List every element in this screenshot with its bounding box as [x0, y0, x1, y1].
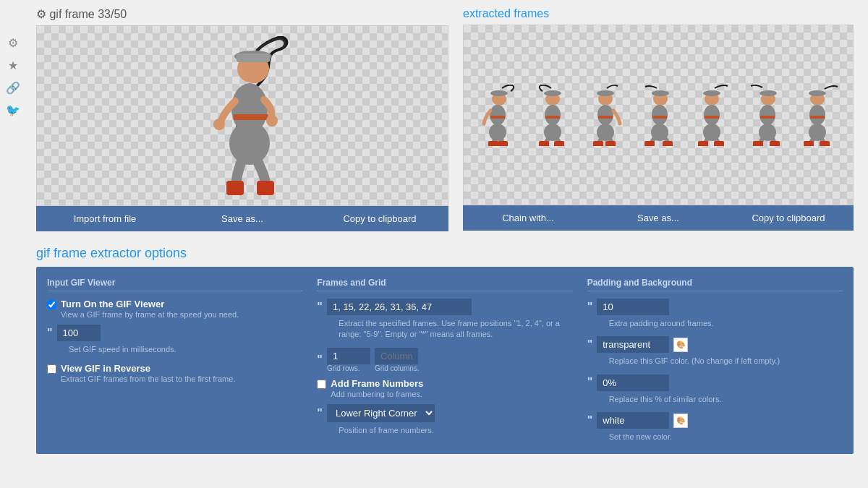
- add-frame-numbers-row: Add Frame Numbers Add numbering to frame…: [317, 378, 572, 400]
- gear-icon-title: ⚙: [36, 8, 49, 20]
- turn-on-viewer-label: Turn On the GIF Viewer: [61, 299, 239, 309]
- similarity-row: ": [587, 374, 843, 391]
- position-desc: Position of frame numbers.: [317, 425, 572, 436]
- gif-frame-display: [36, 25, 448, 206]
- grid-columns-input[interactable]: [375, 348, 418, 364]
- turn-on-viewer-checkbox[interactable]: [47, 300, 56, 309]
- svg-rect-43: [705, 116, 719, 119]
- svg-point-55: [809, 90, 826, 96]
- svg-point-48: [760, 90, 777, 96]
- svg-point-27: [597, 90, 614, 96]
- add-frame-numbers-desc: Add numbering to frames.: [331, 389, 423, 400]
- mini-sprite-4: [635, 85, 682, 146]
- quote-icon-grid: ": [317, 354, 323, 367]
- gif-panel-title: ⚙ gif frame 33/50: [36, 7, 448, 21]
- chain-with-button[interactable]: Chain with...: [463, 205, 593, 231]
- svg-rect-11: [257, 181, 274, 195]
- svg-rect-4: [234, 114, 268, 120]
- svg-point-21: [545, 105, 561, 125]
- gear-icon[interactable]: ⚙: [8, 36, 18, 50]
- svg-rect-45: [698, 141, 708, 146]
- quote-icon-frames: ": [317, 301, 323, 314]
- view-reverse-checkbox[interactable]: [47, 364, 56, 374]
- speed-desc: Set GIF speed in milliseconds.: [47, 344, 302, 355]
- add-frame-numbers-checkbox[interactable]: [317, 380, 326, 389]
- svg-rect-53: [770, 141, 780, 146]
- svg-point-34: [652, 90, 669, 96]
- padding-bg-column: Padding and Background " Extra padding a…: [587, 278, 843, 443]
- svg-point-6: [266, 115, 278, 127]
- svg-rect-38: [644, 141, 655, 146]
- options-section: gif frame extractor options Input GIF Vi…: [36, 246, 854, 454]
- similarity-desc: Replace this % of similar colors.: [587, 394, 843, 405]
- quote-icon-speed: ": [47, 327, 53, 340]
- frames-desc: Extract the specified frames. Use frame …: [317, 318, 572, 341]
- frames-grid-display: [463, 25, 854, 205]
- extracted-save-as-button[interactable]: Save as...: [593, 205, 723, 231]
- bg-color-input[interactable]: [597, 336, 669, 353]
- padding-input[interactable]: [597, 299, 669, 315]
- svg-rect-57: [810, 116, 825, 119]
- bg-color-picker-button[interactable]: 🎨: [673, 338, 688, 352]
- svg-rect-24: [539, 141, 549, 146]
- extracted-copy-clipboard-button[interactable]: Copy to clipboard: [723, 205, 854, 231]
- extracted-panel: extracted frames: [463, 7, 854, 231]
- new-color-desc: Set the new color.: [587, 432, 843, 442]
- padding-input-row: ": [587, 299, 843, 315]
- svg-point-49: [760, 105, 775, 125]
- grid-rows-input[interactable]: [327, 348, 370, 364]
- app-container: ⚙ gif frame 33/50: [7, 0, 861, 461]
- frames-input-row: ": [317, 299, 572, 315]
- import-from-file-button[interactable]: Import from file: [36, 206, 174, 231]
- svg-rect-52: [753, 141, 763, 146]
- extracted-panel-toolbar: Chain with... Save as... Copy to clipboa…: [463, 205, 854, 231]
- position-dropdown[interactable]: Lower Right Corner Lower Left Corner Upp…: [327, 404, 435, 422]
- svg-rect-18: [498, 141, 508, 146]
- padding-desc: Extra padding around frames.: [587, 318, 843, 329]
- copy-to-clipboard-button[interactable]: Copy to clipboard: [311, 206, 448, 231]
- view-reverse-label: View GIF in Reverse: [61, 363, 235, 374]
- svg-rect-22: [545, 116, 560, 119]
- svg-rect-50: [760, 116, 775, 119]
- extracted-panel-title: extracted frames: [463, 7, 854, 20]
- svg-point-20: [544, 90, 561, 96]
- mini-sprite-6: [742, 85, 789, 146]
- svg-point-14: [490, 105, 506, 125]
- svg-rect-36: [652, 116, 667, 119]
- padding-bg-header: Padding and Background: [587, 278, 843, 291]
- star-icon[interactable]: ★: [8, 59, 18, 72]
- turn-on-viewer-desc: View a GIF frame by frame at the speed y…: [61, 309, 239, 320]
- grid-cols-wrap: Grid columns.: [375, 348, 420, 372]
- view-reverse-row: View GIF in Reverse Extract GIF frames f…: [47, 363, 302, 385]
- svg-point-13: [490, 90, 508, 96]
- mini-sprite-5: [689, 85, 736, 146]
- quote-icon-position: ": [317, 407, 323, 420]
- speed-input-row: ": [47, 325, 302, 341]
- similarity-input[interactable]: [597, 374, 669, 391]
- turn-on-viewer-row: Turn On the GIF Viewer View a GIF frame …: [47, 299, 302, 320]
- quote-icon-bg: ": [587, 338, 593, 351]
- position-input-row: " Lower Right Corner Lower Left Corner U…: [317, 404, 572, 422]
- sidebar-icons: ⚙ ★ 🔗 🐦: [0, 29, 25, 124]
- new-color-picker-button[interactable]: 🎨: [673, 414, 688, 428]
- svg-rect-31: [593, 141, 603, 146]
- twitter-icon[interactable]: 🐦: [6, 103, 20, 117]
- grid-inputs-row: " Grid rows. Grid columns.: [317, 348, 572, 372]
- new-color-row: " 🎨: [587, 412, 843, 429]
- frames-input[interactable]: [327, 299, 472, 315]
- save-as-button[interactable]: Save as...: [174, 206, 311, 231]
- grid-rows-label: Grid rows.: [327, 364, 370, 372]
- mini-sprite-2: [528, 85, 575, 146]
- svg-rect-25: [554, 141, 564, 146]
- link-icon[interactable]: 🔗: [6, 81, 20, 95]
- svg-rect-32: [605, 141, 616, 146]
- gif-speed-input[interactable]: [57, 325, 101, 341]
- grid-cols-label: Grid columns.: [375, 364, 420, 372]
- svg-rect-29: [598, 116, 613, 119]
- svg-rect-2: [237, 53, 270, 62]
- top-row: ⚙ gif frame 33/50: [36, 7, 854, 231]
- new-color-input[interactable]: [597, 412, 669, 429]
- svg-point-42: [704, 105, 720, 125]
- svg-rect-46: [714, 141, 724, 146]
- input-gif-viewer-header: Input GIF Viewer: [47, 278, 302, 291]
